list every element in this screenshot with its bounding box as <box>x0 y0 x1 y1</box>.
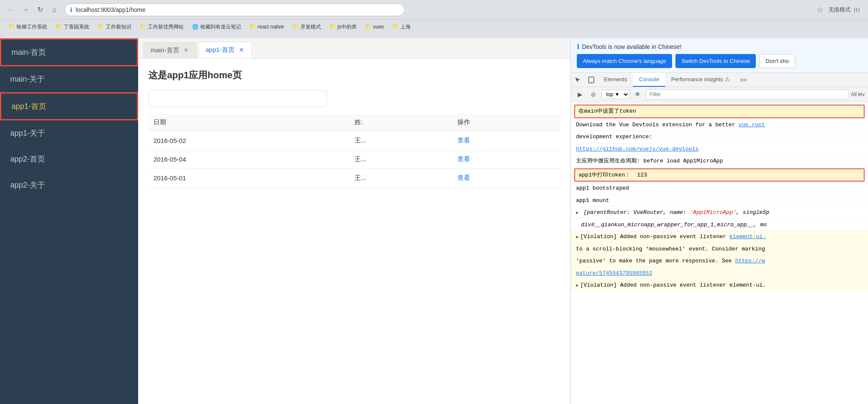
tab-close-button[interactable]: ✕ <box>238 46 245 54</box>
sidebar-item-label: app2-首页 <box>10 155 45 163</box>
info-icon: ℹ <box>577 43 579 51</box>
folder-icon: 📁 <box>9 24 15 30</box>
expand-icon[interactable]: ▶ <box>576 283 579 288</box>
bookmark-label: react native <box>258 24 284 30</box>
tab-app1-home[interactable]: app1-首页 ✕ <box>199 42 252 58</box>
table-cell-date: 2016-05-01 <box>148 169 349 188</box>
table-cell-action: 查看 <box>452 150 560 169</box>
sidebar-item-app2-home[interactable]: app2-首页 <box>0 146 138 172</box>
bookmark-label: 丁香园系统 <box>64 23 89 31</box>
vue-devtools-link[interactable]: https://github.com/vuejs/vue-devtools <box>576 146 699 152</box>
devtools-more-button[interactable]: >> <box>736 73 751 87</box>
browser-toolbar: ← → ↻ ⌂ ℹ localhost:9003/app1/home ☆ 无痕模… <box>0 0 868 19</box>
bookmark-label: 开发模式 <box>301 23 321 31</box>
view-link[interactable]: 查看 <box>457 155 470 162</box>
forward-button[interactable]: → <box>20 4 31 16</box>
devtools-device-icon[interactable] <box>584 73 598 87</box>
folder-icon: 📁 <box>365 24 372 30</box>
tab-console[interactable]: Console <box>633 73 665 87</box>
table-cell-date: 2016-05-02 <box>148 131 349 150</box>
address-info-icon: ℹ <box>70 6 72 13</box>
devtools-pointer-icon[interactable] <box>571 73 584 87</box>
page-title: 这是app1应用home页 <box>148 69 560 82</box>
sidebar-item-label: app1-关于 <box>10 129 45 137</box>
app-sidebar: main-首页 main-关于 app1-首页 app1-关于 app2-首页 … <box>0 38 138 404</box>
tab-label: main-首页 <box>150 46 179 54</box>
console-obj-text: {parentRouter: VueRouter, name: 'App1Mic… <box>584 209 769 216</box>
expand-icon[interactable]: ▶ <box>576 235 579 239</box>
bookmark-item-shanghai[interactable]: 📁 上海 <box>389 22 414 32</box>
devtools-panel: ℹ DevTools is now available in Chinese! … <box>570 38 868 404</box>
console-toolbar: ▶ ⊘ top ▼ 👁 All lev <box>571 87 868 102</box>
bookmark-item-dingxiang[interactable]: 📁 丁香园系统 <box>52 22 93 32</box>
console-level-label: All lev <box>851 91 865 97</box>
bookmark-label: vuex <box>373 24 384 30</box>
table-cell-action: 查看 <box>452 131 560 150</box>
violation-link[interactable]: https://w <box>735 258 765 264</box>
view-link[interactable]: 查看 <box>457 137 470 144</box>
console-filter-input[interactable] <box>646 89 848 100</box>
toolbar-right: ☆ 无痕模式（i） <box>817 5 863 14</box>
bookmark-item-js-class[interactable]: 📁 js中的类 <box>326 22 360 32</box>
vue-runt-link[interactable]: vue.runt <box>738 122 765 128</box>
bookmark-item-work-knowledge[interactable]: 📁 工作新知识 <box>94 22 135 32</box>
context-selector[interactable]: top ▼ <box>601 90 630 99</box>
expand-icon[interactable]: ▶ <box>576 211 579 215</box>
search-input[interactable] <box>148 90 327 107</box>
sidebar-item-app1-about[interactable]: app1-关于 <box>0 120 138 146</box>
incognito-label: 无痕模式（i） <box>828 6 863 14</box>
table-header-name: 姓: <box>349 114 452 131</box>
table-cell-name: 王... <box>349 150 452 169</box>
view-link[interactable]: 查看 <box>457 174 470 181</box>
content-tabs: main-首页 ✕ app1-首页 ✕ <box>138 38 570 59</box>
bookmark-item-yongliu[interactable]: 📁 咏柳工作系统 <box>5 22 51 32</box>
bookmark-star-button[interactable]: ☆ <box>817 5 823 14</box>
bookmark-label: 工作新优秀网站 <box>148 23 184 31</box>
sidebar-item-label: app1-首页 <box>11 102 46 111</box>
match-language-button[interactable]: Always match Chrome's language <box>577 54 672 68</box>
back-button[interactable]: ← <box>5 4 17 16</box>
address-bar[interactable]: ℹ localhost:9003/app1/home <box>65 3 405 16</box>
console-eye-button[interactable]: 👁 <box>632 89 643 100</box>
sidebar-item-label: app2-关于 <box>10 181 45 189</box>
bookmark-item-youdao[interactable]: 🌐 收藏到有道云笔记 <box>189 22 244 32</box>
console-line-lifecycle: 主应用中微应用生命周期: before load App1MicroApp <box>571 155 868 168</box>
sidebar-item-main-home[interactable]: main-首页 <box>0 38 138 66</box>
bookmark-item-react-native[interactable]: 📁 react native <box>246 23 287 31</box>
console-obj-subtext: div#__qiankun_microapp_wrapper_for_app_1… <box>581 222 767 228</box>
reload-button[interactable]: ↻ <box>34 4 46 16</box>
bookmark-item-work-sites[interactable]: 📁 工作新优秀网站 <box>136 22 187 32</box>
console-line-mount: app1 mount <box>571 195 868 207</box>
home-button[interactable]: ⌂ <box>48 4 60 16</box>
table-row: 2016-05-02 王... 查看 <box>148 131 560 150</box>
tab-main-home[interactable]: main-首页 ✕ <box>143 42 197 58</box>
console-line-violation5: ▶[Violation] Added non-passive event lis… <box>571 279 868 292</box>
dont-show-button[interactable]: Don't sho <box>759 54 795 68</box>
element-ui-link[interactable]: element-ui. <box>729 233 766 240</box>
bookmark-label: 上海 <box>400 23 411 31</box>
globe-icon: 🌐 <box>192 24 199 30</box>
tab-close-button[interactable]: ✕ <box>183 46 190 54</box>
console-line-obj2: div#__qiankun_microapp_wrapper_for_app_1… <box>571 219 868 231</box>
switch-to-chinese-button[interactable]: Switch DevTools to Chinese <box>675 54 756 68</box>
console-output: 在main中设置了token Download the Vue Devtools… <box>571 102 868 404</box>
folder-icon: 📁 <box>392 24 399 30</box>
table-header-date: 日期 <box>148 114 349 131</box>
bookmark-item-vuex[interactable]: 📁 vuex <box>362 23 387 31</box>
sidebar-item-main-about[interactable]: main-关于 <box>0 66 138 92</box>
sidebar-item-app1-home[interactable]: app1-首页 <box>0 92 138 120</box>
console-line-devtools-msg2: development experience: <box>571 131 868 143</box>
bookmark-item-devmode[interactable]: 📁 开发模式 <box>289 22 324 32</box>
tab-elements[interactable]: Elements <box>598 73 633 87</box>
violation-feature-link[interactable]: eature/5745543795965952 <box>576 270 652 276</box>
bookmarks-bar: 📁 咏柳工作系统 📁 丁香园系统 📁 工作新知识 📁 工作新优秀网站 🌐 收藏到… <box>0 19 868 34</box>
console-line-bootstrap: app1 bootstraped <box>571 182 868 195</box>
folder-icon: 📁 <box>250 24 256 30</box>
console-line-devtools-msg: Download the Vue Devtools extension for … <box>571 119 868 131</box>
content-area: main-首页 ✕ app1-首页 ✕ 这是app1应用home页 日期 姓: … <box>138 38 570 404</box>
sidebar-item-app2-about[interactable]: app2-关于 <box>0 172 138 198</box>
console-block-button[interactable]: ⊘ <box>588 89 599 100</box>
content-body: 这是app1应用home页 日期 姓: 操作 2016-05-02 王... 查… <box>138 59 570 404</box>
tab-performance[interactable]: Performance insights ⚠ <box>665 73 736 87</box>
console-run-button[interactable]: ▶ <box>574 89 585 100</box>
